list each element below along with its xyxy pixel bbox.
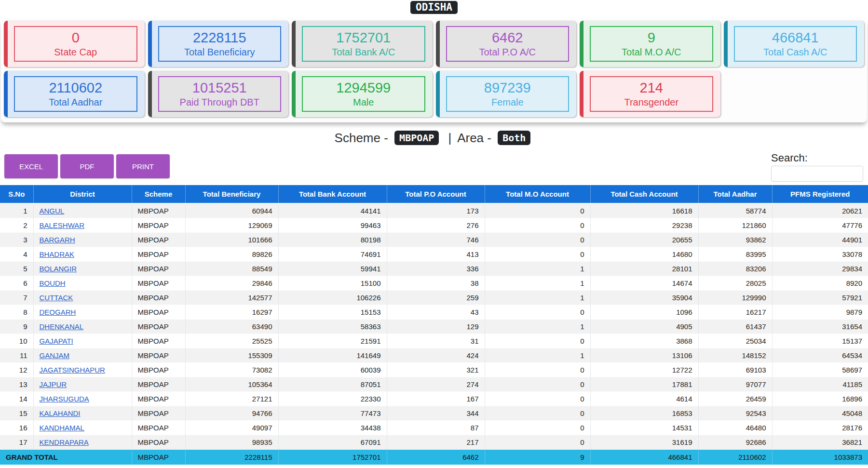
district-link[interactable]: JHARSUGUDA xyxy=(40,395,89,403)
stat-card-transgender: 214Transgender xyxy=(580,71,720,117)
cell-value: 413 xyxy=(387,247,485,261)
cell-value: 33078 xyxy=(772,247,868,261)
district-link[interactable]: KENDRAPARA xyxy=(40,438,89,446)
district-link[interactable]: BOLANGIR xyxy=(40,265,77,273)
district-link[interactable]: BALESHWAR xyxy=(40,221,85,229)
column-header-total-p-o-account[interactable]: Total P.O Account xyxy=(387,185,485,203)
excel-button[interactable]: EXCEL xyxy=(4,154,58,178)
table-row: 6BOUDHMBPOAP298461510038114674280258920 xyxy=(0,276,868,290)
search-label: Search: xyxy=(771,152,808,164)
cell-value: 0 xyxy=(485,218,590,232)
cell-scheme: MBPOAP xyxy=(132,377,185,391)
cell-value: 1096 xyxy=(590,305,698,319)
cell-value: 336 xyxy=(387,261,485,276)
cell-district: BOLANGIR xyxy=(33,261,132,276)
cell-scheme: MBPOAP xyxy=(132,247,185,261)
column-header-total-bank-account[interactable]: Total Bank Account xyxy=(278,185,387,203)
stat-card-state-cap: 0State Cap xyxy=(4,21,145,67)
cell-value: 29834 xyxy=(772,261,868,276)
table-row: 14JHARSUGUDAMBPOAP2712122330167046142645… xyxy=(0,391,868,406)
stat-value: 897239 xyxy=(484,80,531,96)
district-link[interactable]: KANDHAMAL xyxy=(40,424,84,432)
district-link[interactable]: KALAHANDI xyxy=(40,409,81,417)
cell-value: 41185 xyxy=(772,377,868,391)
scheme-area-bar: Scheme - MBPOAP | Area - Both xyxy=(0,131,868,148)
cell-value: 25525 xyxy=(185,334,278,348)
scheme-label: Scheme - xyxy=(335,131,388,145)
stat-label: Male xyxy=(353,96,374,108)
cell-district: JHARSUGUDA xyxy=(33,391,132,406)
cell-scheme: MBPOAP xyxy=(132,203,185,218)
cell-value: 274 xyxy=(387,377,485,391)
grand-total-value: 6462 xyxy=(387,449,485,465)
district-link[interactable]: BOUDH xyxy=(40,279,66,287)
cell-value: 17881 xyxy=(590,377,698,391)
stat-card-inner: 6462Total P.O A/C xyxy=(446,26,570,62)
scheme-area-separator: | xyxy=(448,131,452,145)
grand-total-value: 1752701 xyxy=(278,449,387,465)
cell-value: 13106 xyxy=(590,348,698,362)
cell-value: 73082 xyxy=(185,362,278,377)
scheme-value-badge: MBPOAP xyxy=(394,131,439,145)
district-link[interactable]: JAGATSINGHAPUR xyxy=(40,366,105,374)
cell-value: 4614 xyxy=(590,391,698,406)
cell-value: 0 xyxy=(485,377,590,391)
stat-card-total-beneficiary: 2228115Total Beneficiary xyxy=(148,21,289,67)
district-link[interactable]: CUTTACK xyxy=(40,294,73,302)
table-row: 13JAJPURMBPOAP10536487051274017881970774… xyxy=(0,377,868,391)
table-row: 2BALESHWARMBPOAP129069994632760292381218… xyxy=(0,218,868,232)
cell-value: 92543 xyxy=(698,406,772,420)
stat-label: Total M.O A/C xyxy=(622,46,681,58)
cell-value: 57921 xyxy=(772,290,868,305)
cell-value: 14531 xyxy=(590,420,698,435)
cell-value: 746 xyxy=(387,232,485,247)
district-link[interactable]: GAJAPATI xyxy=(40,337,73,345)
cell-value: 28101 xyxy=(590,261,698,276)
cell-scheme: MBPOAP xyxy=(132,319,185,334)
column-header-pfms-registered[interactable]: PFMS Registered xyxy=(772,185,868,203)
stat-card-inner: 214Transgender xyxy=(590,76,713,112)
column-header-scheme[interactable]: Scheme xyxy=(132,185,185,203)
district-link[interactable]: JAJPUR xyxy=(40,380,67,388)
cell-sno: 15 xyxy=(0,406,33,420)
cell-scheme: MBPOAP xyxy=(132,391,185,406)
stat-card-inner: 2110602Total Aadhar xyxy=(14,76,137,112)
cell-value: 87 xyxy=(387,420,485,435)
cell-sno: 11 xyxy=(0,348,33,362)
cell-district: GANJAM xyxy=(33,348,132,362)
table-row: 11GANJAMMBPOAP15530914164942411310614815… xyxy=(0,348,868,362)
column-header-total-cash-account[interactable]: Total Cash Account xyxy=(590,185,698,203)
table-row: 17KENDRAPARAMBPOAP9893567091217031619926… xyxy=(0,435,868,449)
cell-sno: 2 xyxy=(0,218,33,232)
grand-total-label: GRAND TOTAL xyxy=(0,449,132,465)
column-header-district[interactable]: District xyxy=(33,185,132,203)
cell-value: 0 xyxy=(485,391,590,406)
print-button[interactable]: PRINT xyxy=(116,154,170,178)
cell-sno: 16 xyxy=(0,420,33,435)
stat-card-total-aadhar: 2110602Total Aadhar xyxy=(4,71,145,117)
column-header-total-aadhar[interactable]: Total Aadhar xyxy=(698,185,772,203)
cell-value: 14680 xyxy=(590,247,698,261)
search-input[interactable] xyxy=(771,166,863,182)
cell-value: 1 xyxy=(485,348,590,362)
cell-district: KENDRAPARA xyxy=(33,435,132,449)
cell-scheme: MBPOAP xyxy=(132,334,185,348)
district-link[interactable]: BARGARH xyxy=(40,236,75,244)
cell-value: 98935 xyxy=(185,435,278,449)
column-header-total-m-o-account[interactable]: Total M.O Account xyxy=(485,185,590,203)
cell-value: 87051 xyxy=(278,377,387,391)
page-title: ODISHA xyxy=(410,1,458,14)
district-link[interactable]: DHENKANAL xyxy=(40,322,84,331)
district-link[interactable]: GANJAM xyxy=(40,351,70,360)
column-header-total-beneficiary[interactable]: Total Beneficiary xyxy=(185,185,278,203)
cell-value: 15137 xyxy=(772,334,868,348)
cell-district: BOUDH xyxy=(33,276,132,290)
pdf-button[interactable]: PDF xyxy=(60,154,114,178)
column-header-s-no[interactable]: S.No xyxy=(0,185,33,203)
district-link[interactable]: ANGUL xyxy=(40,207,65,215)
cell-value: 36821 xyxy=(772,435,868,449)
cell-value: 31619 xyxy=(590,435,698,449)
district-link[interactable]: DEOGARH xyxy=(40,308,76,316)
district-link[interactable]: BHADRAK xyxy=(40,250,75,258)
stat-value: 466841 xyxy=(772,30,819,46)
